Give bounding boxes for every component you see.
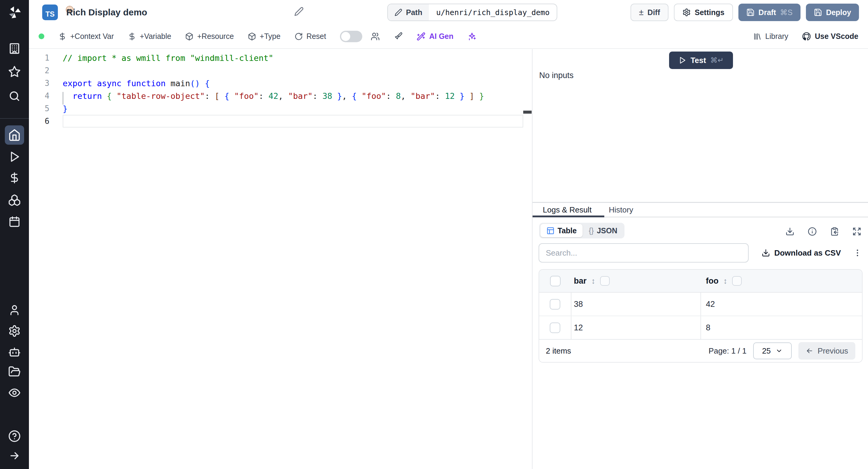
sidebar-item-schedules[interactable] [0, 216, 29, 228]
draft-button-label: Draft [758, 8, 776, 17]
table-body: 3842128 [539, 293, 862, 340]
help-icon [8, 430, 21, 442]
page-size-select[interactable]: 25 [753, 342, 792, 359]
test-button[interactable]: Test ⌘↵ [669, 52, 733, 69]
dollar-icon [8, 172, 21, 184]
add-variable-button[interactable]: +Variable [128, 32, 171, 41]
add-type-button[interactable]: +Type [248, 32, 281, 41]
add-resource-button[interactable]: +Resource [185, 32, 234, 41]
sort-icon[interactable]: ↕ [723, 276, 727, 286]
sidebar-item-search[interactable] [0, 90, 29, 102]
clipboard-copy-icon [830, 227, 839, 236]
tab-logs-result[interactable]: Logs & Result [543, 203, 592, 217]
search-input[interactable] [538, 243, 749, 262]
path-value: u/henri/rich_display_demo [429, 4, 557, 21]
copy-result-button[interactable] [830, 227, 839, 236]
table-menu-button[interactable] [853, 248, 862, 257]
download-csv-label: Download as CSV [774, 248, 841, 258]
dollar-icon [58, 32, 67, 41]
typescript-badge-label: TS [45, 10, 55, 19]
cell-value: 42 [706, 300, 715, 309]
magic-wand-icon [416, 32, 426, 41]
sidebar-item-favorites[interactable] [0, 65, 29, 78]
sidebar-item-resources[interactable] [0, 194, 29, 207]
library-button[interactable]: Library [753, 32, 788, 41]
multiplayer-button[interactable] [371, 32, 380, 41]
status-dot [38, 33, 44, 39]
sidebar-item-help[interactable] [0, 430, 29, 442]
sidebar-item-audit-logs[interactable] [0, 386, 29, 399]
sidebar-item-workers[interactable] [0, 345, 29, 358]
result-info-button[interactable] [808, 227, 817, 236]
table-row[interactable]: 3842 [539, 293, 862, 316]
indent-guide [63, 92, 63, 104]
download-result-button[interactable] [785, 227, 795, 236]
table-footer: 2 items Page: 1 / 1 25 Previous [539, 340, 862, 362]
building-icon [8, 42, 21, 55]
deploy-button-label: Deploy [826, 8, 851, 17]
add-resource-label: +Resource [197, 32, 234, 41]
settings-button[interactable]: Settings [674, 4, 733, 21]
column-header-bar[interactable]: bar [574, 276, 587, 286]
result-actions [785, 227, 861, 236]
sidebar-item-workspace[interactable] [0, 42, 29, 55]
pencil-icon [395, 8, 402, 16]
code-line[interactable]: 3export async function main() { [29, 77, 532, 90]
code-line[interactable]: 2 [29, 64, 532, 77]
toggle-knob [341, 32, 350, 41]
column-toggle-box[interactable] [600, 276, 610, 286]
page-title: Rich Display demo [66, 0, 147, 24]
add-context-var-button[interactable]: +Context Var [58, 32, 114, 41]
sidebar-item-settings[interactable] [0, 324, 29, 337]
arrow-right-icon [8, 450, 21, 462]
edit-title-button[interactable] [294, 7, 304, 16]
tab-history[interactable]: History [609, 203, 633, 217]
line-number: 2 [29, 66, 63, 75]
select-all-checkbox[interactable] [550, 276, 561, 286]
table-row[interactable]: 128 [539, 316, 862, 340]
sidebar-item-folders[interactable] [0, 365, 29, 378]
view-table-button[interactable]: Table [540, 224, 583, 237]
row-checkbox[interactable] [550, 299, 560, 310]
sidebar-item-home[interactable] [5, 125, 24, 145]
code-editor[interactable]: 1// import * as wmill from "windmill-cli… [29, 49, 532, 469]
dollar-icon [128, 32, 136, 41]
previous-page-button[interactable]: Previous [798, 342, 855, 359]
sidebar-item-variables[interactable] [0, 172, 29, 184]
script-path-field[interactable]: Path u/henri/rich_display_demo [387, 4, 557, 21]
ai-gen-button[interactable]: AI Gen [416, 32, 454, 41]
column-header-foo[interactable]: foo [706, 276, 718, 286]
code-line[interactable]: 5} [29, 102, 532, 115]
typescript-badge: TS [42, 4, 58, 20]
ai-sparkles-button[interactable] [467, 32, 476, 41]
user-icon [8, 304, 21, 316]
reset-button[interactable]: Reset [294, 32, 326, 41]
right-panel: Test ⌘↵ No inputs Logs & Result History … [532, 49, 868, 469]
bot-icon [8, 345, 21, 358]
format-code-button[interactable] [394, 32, 403, 41]
sidebar-expand-button[interactable] [0, 450, 29, 462]
windmill-logo[interactable] [0, 5, 29, 20]
draft-button[interactable]: Draft ⌘S [738, 4, 801, 21]
column-toggle-box[interactable] [732, 276, 742, 286]
view-json-button[interactable]: {} JSON [583, 224, 623, 237]
diff-button[interactable]: ± Diff [630, 4, 669, 21]
page-info: Page: 1 / 1 [709, 346, 747, 356]
code-line[interactable]: 6 [29, 115, 532, 127]
deploy-button[interactable]: Deploy [806, 4, 859, 21]
expand-icon [852, 227, 861, 236]
use-vscode-button[interactable]: Use VScode [802, 32, 858, 41]
previous-label: Previous [818, 346, 848, 356]
download-csv-button[interactable]: Download as CSV [762, 248, 841, 258]
code-line[interactable]: 4 return { "table-row-object": [ { "foo"… [29, 90, 532, 102]
path-label: Path [406, 8, 422, 17]
code-line[interactable]: 1// import * as wmill from "windmill-cli… [29, 52, 532, 64]
sidebar-item-runs[interactable] [0, 151, 29, 163]
sort-icon[interactable]: ↕ [591, 276, 595, 286]
sidebar-item-user[interactable] [0, 304, 29, 316]
row-checkbox[interactable] [550, 322, 560, 333]
collab-toggle[interactable] [340, 31, 362, 42]
home-icon [8, 129, 21, 142]
rotate-cw-icon [294, 32, 303, 41]
expand-result-button[interactable] [852, 227, 861, 236]
